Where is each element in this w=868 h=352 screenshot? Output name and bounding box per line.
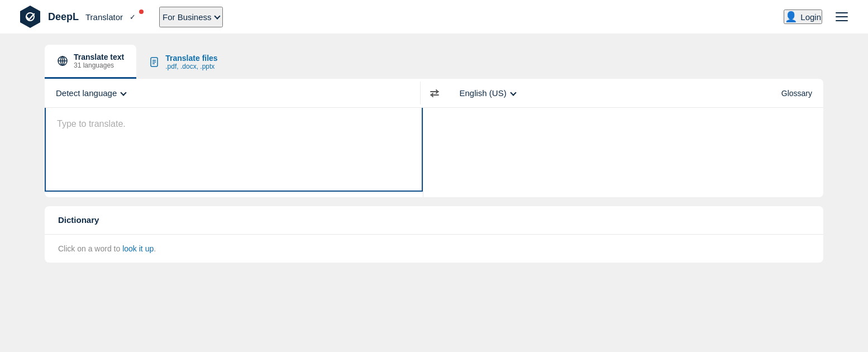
tab-translate-text[interactable]: Translate text 31 languages (45, 45, 136, 79)
hamburger-line-1 (836, 12, 848, 13)
language-bar: Detect language English (US) Glossary (45, 79, 823, 108)
hamburger-menu-button[interactable] (833, 10, 850, 23)
brand-name: DeepL (48, 11, 79, 23)
swap-languages-button[interactable] (421, 87, 449, 99)
detect-language-button[interactable]: Detect language (56, 82, 126, 104)
hamburger-line-2 (836, 16, 848, 17)
dictionary-hint-suffix: . (154, 244, 156, 253)
tab-translate-text-title: Translate text (74, 53, 124, 61)
detect-language-chevron-icon (121, 89, 127, 96)
deepl-logo-icon (18, 4, 42, 29)
dictionary-hint: Click on a word to look it up. (58, 244, 156, 253)
dictionary-title: Dictionary (58, 215, 99, 225)
tab-translate-files-subtitle: .pdf, .docx, .pptx (165, 63, 217, 70)
detect-language-label: Detect language (56, 88, 117, 98)
swap-icon (428, 87, 441, 99)
input-area (45, 108, 423, 197)
source-lang-area: Detect language (45, 82, 421, 104)
notification-dot (139, 9, 144, 14)
for-business-button[interactable]: For Business (159, 7, 223, 27)
dictionary-header: Dictionary (45, 206, 823, 235)
target-language-button[interactable]: English (US) (460, 82, 516, 104)
tabs-container: Translate text 31 languages Translate fi… (45, 45, 823, 79)
dictionary-hint-prefix: Click on a word to (58, 244, 122, 253)
output-area (423, 108, 824, 197)
dictionary-lookup-link[interactable]: look it up (122, 244, 154, 253)
tab-translate-files-title: Translate files (165, 54, 217, 63)
text-areas (45, 108, 823, 197)
target-language-label: English (US) (460, 88, 507, 98)
dictionary-body: Click on a word to look it up. (45, 235, 823, 263)
tab-translate-files[interactable]: Translate files .pdf, .docx, .pptx (136, 45, 230, 79)
svg-marker-0 (20, 6, 40, 28)
checkmark-icon: ✓ (130, 13, 136, 21)
main-content: Translate text 31 languages Translate fi… (0, 34, 868, 274)
translate-input[interactable] (45, 108, 423, 192)
header-right: 👤 Login (784, 9, 850, 24)
tab-translate-files-text: Translate files .pdf, .docx, .pptx (165, 54, 217, 70)
glossary-button[interactable]: Glossary (781, 84, 812, 102)
hamburger-line-3 (836, 20, 848, 21)
login-button[interactable]: 👤 Login (784, 9, 822, 24)
logo-area[interactable]: DeepL Translator ✓ (18, 4, 144, 29)
person-icon: 👤 (785, 11, 797, 23)
chevron-down-icon (214, 13, 220, 19)
translator-panel: Detect language English (US) Glossary (45, 79, 823, 197)
globe-icon (57, 55, 68, 66)
for-business-label: For Business (163, 12, 212, 22)
target-language-chevron-icon (510, 89, 516, 96)
login-label: Login (800, 12, 821, 22)
tab-translate-text-text: Translate text 31 languages (74, 53, 124, 69)
dictionary-panel: Dictionary Click on a word to look it up… (45, 206, 823, 263)
app-name: Translator (85, 12, 123, 22)
file-icon (149, 56, 160, 68)
target-lang-area: English (US) Glossary (449, 82, 824, 104)
tab-translate-text-subtitle: 31 languages (74, 61, 124, 69)
header: DeepL Translator ✓ For Business 👤 Login (0, 0, 868, 34)
